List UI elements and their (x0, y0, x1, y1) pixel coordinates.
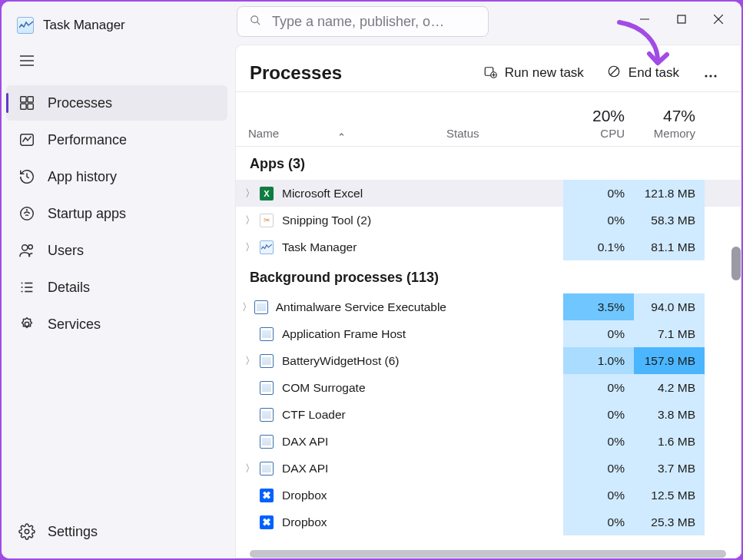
svg-point-34 (714, 75, 716, 77)
end-task-button[interactable]: End task (601, 60, 685, 87)
cpu-cell: 0% (563, 509, 634, 535)
gear-icon (18, 523, 35, 540)
expand-toggle-icon[interactable]: 〉 (240, 300, 254, 314)
name-cell: CTF Loader (236, 407, 446, 422)
main: Processes Run new task End task (232, 2, 741, 558)
app-brand: Task Manager (2, 2, 232, 45)
svg-rect-6 (28, 104, 33, 109)
window-close[interactable] (700, 6, 737, 32)
process-row[interactable]: Application Frame Host0%7.1 MB (236, 320, 741, 347)
process-row[interactable]: Dropbox0%25.3 MB (236, 509, 741, 535)
cpu-cell: 0% (563, 374, 634, 401)
search-input[interactable] (270, 13, 480, 31)
excel-icon (260, 187, 274, 200)
memory-cell: 3.7 MB (634, 455, 705, 482)
name-cell: 〉Microsoft Excel (236, 186, 446, 201)
expand-toggle-icon[interactable]: 〉 (240, 214, 259, 227)
process-row[interactable]: COM Surrogate0%4.2 MB (236, 374, 741, 401)
dropbox-icon (260, 489, 274, 502)
name-cell: 〉BatteryWidgetHost (6) (236, 353, 446, 369)
expand-toggle-icon[interactable]: 〉 (240, 462, 259, 476)
nav-label: Users (48, 243, 84, 259)
startup-icon (18, 205, 35, 222)
details-icon (18, 279, 35, 296)
cpu-cell: 0% (563, 428, 634, 455)
process-row[interactable]: DAX API0%1.6 MB (236, 428, 741, 455)
col-cpu[interactable]: 20% CPU (563, 107, 634, 146)
search-box[interactable] (237, 6, 489, 37)
generic-app-icon (260, 462, 274, 476)
process-row[interactable]: 〉Antimalware Service Executable3.5%94.0 … (236, 293, 741, 320)
topbar (232, 2, 741, 45)
process-row[interactable]: 〉DAX API0%3.7 MB (236, 455, 741, 482)
process-row[interactable]: CTF Loader0%3.8 MB (236, 401, 741, 428)
app-icon (17, 17, 34, 34)
name-cell: 〉DAX API (236, 461, 446, 476)
generic-app-icon (260, 435, 274, 449)
process-rows: Apps (3)〉Microsoft Excel0%121.8 MB〉Snipp… (236, 147, 741, 558)
sidebar-item-app-history[interactable]: App history (6, 159, 227, 194)
name-cell: 〉Task Manager (236, 240, 446, 255)
window-minimize[interactable] (626, 6, 663, 32)
services-icon (18, 316, 35, 333)
svg-point-32 (705, 75, 707, 77)
group-header: Background processes (113) (236, 260, 741, 293)
col-cpu-label: CPU (563, 127, 625, 140)
nav-label: Services (48, 316, 101, 333)
more-options-button[interactable] (696, 61, 725, 84)
expand-toggle-icon[interactable]: 〉 (240, 354, 259, 368)
window-maximize[interactable] (663, 6, 700, 32)
memory-cell: 3.8 MB (634, 401, 705, 428)
memory-cell: 157.9 MB (634, 347, 705, 374)
history-icon (18, 168, 35, 185)
sidebar-item-performance[interactable]: Performance (6, 122, 227, 157)
process-name: COM Surrogate (282, 381, 366, 395)
col-status[interactable]: Status (446, 127, 563, 146)
sidebar: Task Manager ProcessesPerformanceApp his… (2, 2, 232, 558)
hamburger-menu[interactable] (2, 45, 232, 81)
name-cell: Dropbox (236, 488, 446, 503)
sort-indicator-icon: ⌃ (236, 131, 446, 143)
process-row[interactable]: 〉Task Manager0.1%81.1 MB (236, 234, 741, 260)
svg-point-33 (709, 75, 711, 77)
end-task-icon (607, 65, 621, 82)
process-row[interactable]: 〉Snipping Tool (2)0%58.3 MB (236, 207, 741, 234)
dropbox-icon (260, 515, 274, 529)
name-cell: COM Surrogate (236, 380, 446, 396)
vertical-scrollbar[interactable] (731, 247, 741, 280)
nav-label: Details (48, 280, 90, 296)
nav: ProcessesPerformanceApp historyStartup a… (2, 81, 232, 509)
name-cell: Application Frame Host (236, 326, 446, 342)
window-buttons (626, 6, 737, 32)
memory-cell: 4.2 MB (634, 374, 705, 401)
memory-cell: 25.3 MB (634, 509, 705, 535)
run-new-task-button[interactable]: Run new task (477, 60, 590, 87)
sidebar-item-processes[interactable]: Processes (6, 85, 227, 121)
memory-cell: 58.3 MB (634, 207, 705, 234)
nav-label: Processes (48, 95, 112, 111)
nav-settings[interactable]: Settings (6, 514, 227, 549)
col-name[interactable]: ⌃ Name (236, 127, 446, 146)
cpu-total-value: 20% (563, 107, 625, 125)
svg-point-18 (25, 322, 29, 326)
task-manager-icon (260, 240, 274, 254)
processes-icon (18, 94, 35, 111)
generic-app-icon (260, 408, 274, 422)
col-memory[interactable]: 47% Memory (634, 107, 705, 146)
process-row[interactable]: 〉BatteryWidgetHost (6)1.0%157.9 MB (236, 347, 741, 374)
process-row[interactable]: Dropbox0%12.5 MB (236, 482, 741, 509)
memory-cell: 12.5 MB (634, 482, 705, 509)
svg-point-20 (251, 16, 258, 23)
expand-toggle-icon[interactable]: 〉 (240, 240, 259, 254)
sidebar-item-startup-apps[interactable]: Startup apps (6, 196, 227, 231)
memory-cell: 7.1 MB (634, 320, 705, 347)
mem-total-value: 47% (634, 107, 695, 125)
process-row[interactable]: 〉Microsoft Excel0%121.8 MB (236, 180, 741, 207)
horizontal-scrollbar[interactable] (250, 550, 726, 558)
sidebar-item-details[interactable]: Details (6, 270, 227, 305)
sidebar-item-users[interactable]: Users (6, 233, 227, 268)
expand-toggle-icon[interactable]: 〉 (240, 187, 259, 200)
svg-rect-5 (21, 104, 26, 109)
sidebar-item-services[interactable]: Services (6, 307, 227, 342)
run-task-label: Run new task (505, 65, 584, 81)
